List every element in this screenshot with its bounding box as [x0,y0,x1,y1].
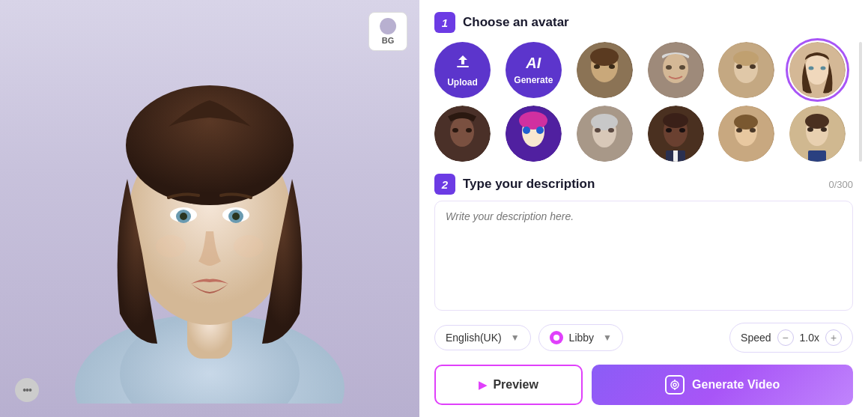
bg-button-label: BG [382,36,395,45]
svg-point-35 [466,128,472,133]
avatar-einstein[interactable] [648,42,704,98]
voice-label: Libby [569,332,594,344]
description-textarea[interactable] [434,201,853,311]
avatar-woman1-image [789,42,846,98]
svg-point-40 [536,127,544,134]
svg-point-49 [666,128,672,133]
svg-point-62 [821,127,827,132]
avatar-anime[interactable] [506,106,562,162]
svg-point-16 [590,48,619,66]
speed-decrease-button[interactable]: − [777,329,794,346]
avatar-older-woman[interactable] [577,106,633,162]
chat-bubble-button[interactable]: ••• [15,378,39,402]
avatar-man1-image [718,42,774,98]
svg-point-18 [609,64,615,69]
right-panel: 1 Choose an avatar Upload AI Generate [419,0,868,417]
svg-point-17 [594,64,600,69]
svg-point-55 [734,115,758,130]
section1-title: Choose an avatar [463,15,569,30]
svg-point-10 [232,213,240,220]
speed-value: 1.0x [800,332,819,344]
preview-button[interactable]: ▶ Preview [434,365,583,405]
bg-circle-icon [380,18,396,34]
svg-point-64 [671,381,679,389]
svg-point-60 [805,114,829,129]
avatar-upload-button[interactable]: Upload [434,42,491,98]
ai-label: Generate [514,75,553,85]
avatar-mona[interactable] [577,42,633,98]
avatar-man2[interactable] [434,106,491,162]
svg-point-57 [750,128,756,133]
svg-point-27 [750,64,756,69]
language-dropdown[interactable]: English(UK) ▼ [434,325,531,350]
voice-icon [550,331,563,344]
speed-control: Speed − 1.0x + [729,323,853,353]
svg-point-11 [156,235,186,258]
chevron-down-icon: ▼ [511,332,520,343]
avatar-young-man[interactable] [789,106,846,162]
scroll-indicator [859,42,862,162]
svg-point-43 [591,114,618,130]
play-icon: ▶ [479,379,487,391]
svg-point-30 [809,67,814,70]
action-buttons: ▶ Preview Generate Video [434,365,853,405]
avatar-woman2[interactable] [718,106,774,162]
section1: 1 Choose an avatar Upload AI Generate [434,12,853,162]
svg-point-34 [452,128,458,133]
generate-video-icon [665,375,685,395]
svg-point-31 [821,67,826,70]
svg-point-38 [519,112,547,130]
avatar-ai-button[interactable]: AI Generate [506,42,562,98]
speed-increase-button[interactable]: + [825,329,842,346]
section1-number: 1 [434,12,455,33]
voice-dropdown[interactable]: Libby ▼ [538,324,623,351]
svg-point-56 [736,128,742,133]
avatar-preview [0,0,419,417]
preview-label: Preview [493,378,538,392]
ai-icon: AI [526,55,541,72]
avatar-mona-image [577,42,633,98]
svg-point-65 [673,383,676,386]
svg-rect-13 [457,66,469,67]
language-label: English(UK) [446,332,502,344]
char-count: 0/300 [828,179,853,190]
avatar-woman1[interactable] [789,42,846,98]
section2-header: 2 Type your description 0/300 [434,174,853,195]
svg-point-45 [608,128,614,133]
left-panel: BG ••• [0,0,419,417]
avatar-black-man-image [648,106,704,162]
svg-rect-63 [808,150,826,162]
svg-point-48 [663,113,688,128]
generate-button[interactable]: Generate Video [592,365,853,405]
avatar-man2-image [434,106,491,162]
avatar-einstein-image [648,42,704,98]
svg-point-12 [234,235,264,258]
svg-rect-52 [673,150,678,162]
chevron-down-icon-2: ▼ [603,332,612,343]
section1-header: 1 Choose an avatar [434,12,853,33]
svg-point-22 [679,65,685,70]
svg-point-9 [180,213,187,220]
avatar-black-man[interactable] [648,106,704,162]
upload-icon [454,52,472,74]
svg-point-25 [733,51,759,66]
ellipsis-icon: ••• [22,384,31,396]
section2-number: 2 [434,174,455,195]
svg-point-26 [736,64,742,69]
upload-label: Upload [447,77,478,88]
section2: 2 Type your description 0/300 [434,174,853,311]
svg-point-61 [807,127,813,132]
svg-point-21 [666,65,672,70]
avatar-anime-image [506,106,562,162]
avatar-young-man-image [789,106,846,162]
generate-label: Generate Video [692,378,780,392]
bg-button[interactable]: BG [368,12,407,51]
svg-point-50 [679,128,685,133]
avatar-woman2-image [718,106,774,162]
section2-title: Type your description [463,177,595,192]
svg-point-44 [595,128,601,133]
speed-label: Speed [741,332,771,344]
avatar-man1[interactable] [718,42,774,98]
bottom-controls: English(UK) ▼ Libby ▼ Speed − 1.0x + [434,323,853,353]
svg-point-39 [523,127,530,134]
